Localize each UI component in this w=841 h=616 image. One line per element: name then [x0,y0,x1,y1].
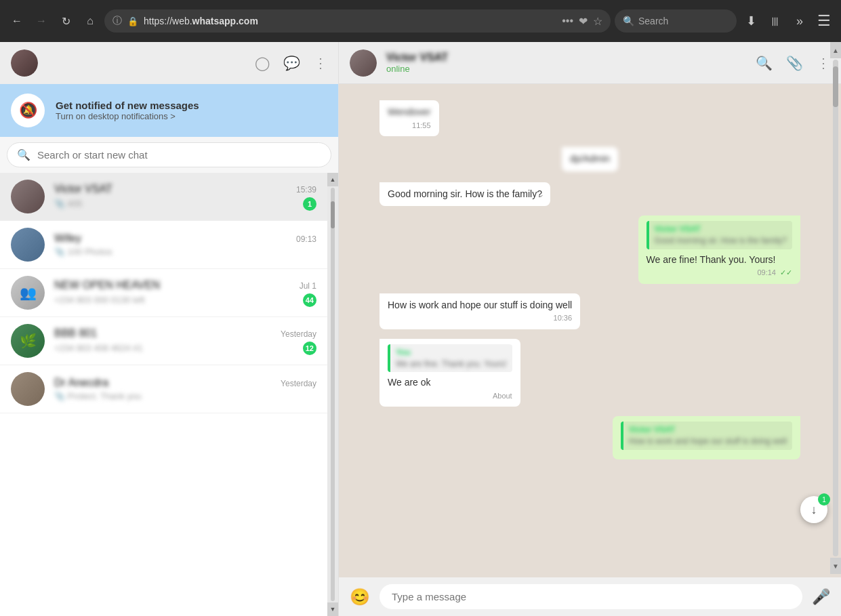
unread-badge: 12 [303,342,316,355]
extend-button[interactable]: » [789,11,810,31]
chat-time: Yesterday [281,329,316,339]
download-button[interactable]: ⬇ [741,11,761,31]
quoted-message: Victor VSAT Good morning sir. How is the… [647,221,792,249]
chat-item[interactable]: Wifey 09:13 📎 100 Photos [0,221,327,269]
chat-list-scroll-container: Victor VSAT 15:39 📎 #05 1 [0,173,338,616]
scroll-thumb[interactable] [833,66,838,107]
mic-icon[interactable]: 🎤 [812,588,830,606]
chat-content: NEW OPEN HEAVEN Jul 1 +234 803 000 0130 … [54,279,316,307]
chat-content: Wifey 09:13 📎 100 Photos [54,232,316,257]
chat-item[interactable]: Dr Anecdra Yesterday 📎 Protect. Thank yo… [0,365,327,413]
chat-item[interactable]: Victor VSAT 15:39 📎 #05 1 [0,173,327,221]
unread-badge: 1 [303,197,316,211]
search-icon[interactable]: 🔍 [756,55,773,71]
scroll-down-button[interactable]: ▼ [327,602,338,616]
chat-scroll-bar: ▲ ▼ [327,173,338,616]
reload-button[interactable]: ↻ [56,11,76,31]
scroll-up-button[interactable]: ▲ [830,42,841,58]
pocket-icon[interactable]: ❤ [579,15,588,28]
forward-button[interactable]: → [31,11,52,31]
bubble-inner: You We are fine. Thank you. Yours! We ar… [380,339,520,407]
float-scroll-button[interactable]: ↓ 1 [800,496,827,523]
search-input-wrap[interactable]: 🔍 [7,142,331,167]
message-text: Wendover [388,106,431,117]
chat-header-row: Victor VSAT 15:39 [54,183,316,195]
bubble-inner: How is work and hope our stuff is doing … [380,293,580,329]
chat-name: Dr Anecdra [54,377,108,389]
bubble-inner: dp/Admin [562,147,618,171]
chat-preview: 📎 Protect. Thank you [54,391,316,401]
emoji-icon[interactable]: 😊 [350,588,370,607]
new-chat-icon[interactable]: 💬 [283,55,300,71]
notification-title: Get notified of new messages [56,100,199,111]
quoted-name: Victor VSAT [655,224,787,235]
library-button[interactable]: ⫼ [765,11,785,31]
lock-icon: 🔒 [127,16,138,26]
chat-avatar: 👥 [11,276,45,310]
chat-preview-row: 📎 Protect. Thank you [54,391,316,401]
more-options-icon[interactable]: ⋮ [817,55,830,71]
message-input-bar: 😊 🎤 [339,577,841,616]
contact-info: Victor VSAT online [386,52,746,74]
message-input[interactable] [380,584,802,609]
bookmark-icon[interactable]: ☆ [593,15,602,28]
browser-search-bar[interactable]: 🔍 Search [615,9,737,33]
status-icon[interactable]: ◯ [255,55,270,71]
right-scroll-controls: ▲ ▼ [830,42,841,574]
message-bubble-incoming: How is work and hope our stuff is doing … [380,293,580,329]
chat-avatar [11,180,45,213]
bubble-inner: Wendover 11:55 [380,100,439,136]
chat-avatar [11,228,45,262]
menu-button[interactable]: ☰ [814,11,834,31]
notification-subtitle[interactable]: Turn on desktop notifications > [56,111,199,121]
chat-name: BBB 801 [54,327,97,340]
scroll-track [833,60,838,556]
more-options-icon[interactable]: ••• [562,15,573,27]
quoted-name: You [396,347,507,358]
message-bubble-outgoing: Victor VSAT Good morning sir. How is the… [638,215,800,284]
bell-slash-icon: 🔕 [19,102,37,119]
browser-toolbar: ← → ↻ ⌂ ⓘ 🔒 https://web.whatsapp.com •••… [0,0,841,42]
chat-content: Dr Anecdra Yesterday 📎 Protect. Thank yo… [54,377,316,401]
chat-name: NEW OPEN HEAVEN [54,279,160,291]
contact-avatar[interactable] [350,49,377,77]
bubble-inner: Victor VSAT Good morning sir. How is the… [638,215,800,284]
messages-area: Wendover 11:55 dp/Admin Good morning sir… [339,84,841,577]
unread-badge: 44 [303,293,316,307]
address-bar[interactable]: ⓘ 🔒 https://web.whatsapp.com ••• ❤ ☆ [104,9,611,33]
search-input[interactable] [37,149,321,161]
attach-icon[interactable]: 📎 [786,55,803,71]
notification-text: Get notified of new messages Turn on des… [56,100,199,121]
contact-name: Victor VSAT [386,52,746,64]
profile-avatar[interactable] [11,49,38,77]
url-display: https://web.whatsapp.com [144,16,556,26]
notification-icon-circle: 🔕 [11,94,45,127]
bubble-inner: Victor VSAT How is work and hope our stu… [613,416,800,459]
search-icon: 🔍 [17,148,30,161]
message-text: We are fine! Thank you. Yours! [647,253,792,267]
message-text: How is work and hope our stuff is doing … [388,300,572,310]
quoted-name: Victor VSAT [629,424,787,436]
chat-name: Wifey [54,232,81,245]
message-text: dp/Admin [570,153,610,164]
chat-header-row: NEW OPEN HEAVEN Jul 1 [54,279,316,291]
scroll-track [331,188,335,601]
scroll-down-button[interactable]: ▼ [830,558,841,574]
message-text: Good morning sir. How is the family? [388,188,542,199]
chat-content: Victor VSAT 15:39 📎 #05 1 [54,183,316,211]
right-header: Victor VSAT online 🔍 📎 ⋮ [339,42,841,84]
back-button[interactable]: ← [7,11,27,31]
chat-time: 09:13 [296,234,316,244]
quoted-message: You We are fine. Thank you. Yours! [388,344,512,373]
search-container: 🔍 [0,137,338,173]
chat-item[interactable]: 🌿 BBB 801 Yesterday +234 803 408 4624 #1… [0,317,327,365]
dropdown-icon[interactable]: ⌄ [537,188,545,201]
scroll-up-button[interactable]: ▲ [327,173,338,186]
chat-preview-row: +234 803 000 0130 left 44 [54,293,316,307]
home-button[interactable]: ⌂ [80,11,100,31]
chat-item[interactable]: 👥 NEW OPEN HEAVEN Jul 1 +234 803 000 013… [0,269,327,317]
scroll-thumb[interactable] [331,201,335,228]
quoted-text: Good morning sir. How is the family? [655,235,787,247]
menu-icon[interactable]: ⋮ [314,55,327,71]
left-panel: ◯ 💬 ⋮ 🔕 Get notified of new messages Tur… [0,42,339,616]
